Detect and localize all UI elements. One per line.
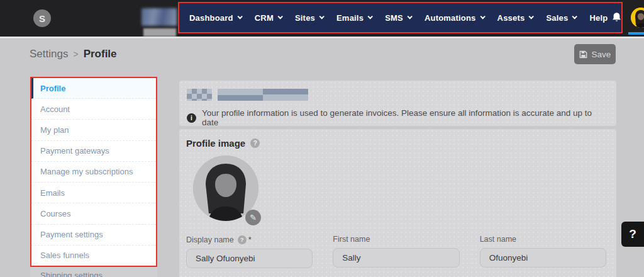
field-label-text: Last name xyxy=(480,235,516,244)
nav-item-sites[interactable]: Sites xyxy=(295,13,323,23)
nav-item-label: Sites xyxy=(295,13,315,23)
active-avatar-underline xyxy=(628,32,644,35)
field-label-text: First name xyxy=(333,235,370,244)
profile-image-section-header: Profile image ? xyxy=(186,138,606,149)
sidebar-item-account[interactable]: Account xyxy=(31,99,156,120)
nav-item-label: Sales xyxy=(546,13,568,23)
sidebar-item-emails[interactable]: Emails xyxy=(31,183,156,203)
redacted-text xyxy=(187,89,212,101)
profile-image-help-icon[interactable]: ? xyxy=(250,138,260,148)
last-name-field-group: Last name xyxy=(480,235,606,268)
app-logo[interactable]: S xyxy=(33,9,51,27)
display-name-input[interactable] xyxy=(186,249,313,268)
main-nav-highlight-box: Dashboard CRM Sites Emails SMS Automatio… xyxy=(178,2,623,33)
last-name-label: Last name xyxy=(480,235,606,244)
user-avatar xyxy=(631,8,644,28)
required-marker: * xyxy=(248,235,252,244)
display-name-field-group: Display name ? * xyxy=(186,235,313,268)
profile-image-title: Profile image xyxy=(186,138,245,149)
redacted-account-name xyxy=(187,89,608,101)
first-name-input[interactable] xyxy=(333,248,459,268)
sidebar-item-my-plan[interactable]: My plan xyxy=(31,120,156,140)
chevron-down-icon xyxy=(319,14,324,19)
nav-item-label: Automations xyxy=(425,13,476,23)
info-banner-text: Your profile information is used to gene… xyxy=(202,108,608,127)
nav-item-label: Emails xyxy=(336,13,364,23)
sidebar-item-profile[interactable]: Profile xyxy=(31,78,156,99)
nav-item-label: CRM xyxy=(255,13,274,23)
nav-item-sms[interactable]: SMS xyxy=(385,13,411,23)
user-avatar-menu[interactable] xyxy=(631,8,644,28)
field-label-text: Display name xyxy=(186,235,234,244)
last-name-input[interactable] xyxy=(480,248,606,268)
chevron-down-icon xyxy=(368,14,373,19)
nav-item-dashboard[interactable]: Dashboard xyxy=(189,13,242,23)
breadcrumb-settings-link[interactable]: Settings xyxy=(30,48,68,60)
chevron-down-icon xyxy=(572,14,577,19)
profile-image-block: ✎ xyxy=(193,155,258,221)
chevron-down-icon xyxy=(480,14,485,19)
nav-item-label: Help xyxy=(589,13,608,23)
chevron-down-icon xyxy=(277,14,282,19)
help-widget-button[interactable]: ? xyxy=(621,222,644,247)
topbar-separator xyxy=(0,37,644,38)
sidebar-item-sales-funnels[interactable]: Sales funnels xyxy=(31,246,156,266)
chevron-down-icon xyxy=(237,14,242,19)
chevron-down-icon xyxy=(529,14,534,19)
info-icon: i xyxy=(187,113,196,123)
first-name-field-group: First name xyxy=(333,235,459,268)
sidebar-item-courses[interactable]: Courses xyxy=(31,203,156,224)
nav-item-crm[interactable]: CRM xyxy=(255,13,282,23)
redacted-text xyxy=(143,28,176,37)
profile-name-fields: Display name ? * First name Last name xyxy=(186,235,606,268)
profile-form-card: Profile image ? ✎ Display name ? xyxy=(179,129,616,277)
sidebar-item-manage-my-subscriptions[interactable]: Manage my subscriptions xyxy=(31,162,156,183)
nav-item-assets[interactable]: Assets xyxy=(497,13,533,23)
first-name-label: First name xyxy=(333,235,459,244)
settings-profile-page: S Dashboard CRM Sites Emails SMS xyxy=(0,0,644,277)
nav-right-cluster: EN xyxy=(610,8,644,28)
display-name-label: Display name ? * xyxy=(186,235,313,244)
display-name-help-icon[interactable]: ? xyxy=(238,235,247,244)
nav-item-automations[interactable]: Automations xyxy=(425,13,484,23)
save-button-label: Save xyxy=(592,50,611,59)
nav-item-emails[interactable]: Emails xyxy=(336,13,372,23)
nav-item-label: SMS xyxy=(385,13,403,23)
sidebar-item-payment-gateways[interactable]: Payment gateways xyxy=(31,141,156,162)
sidebar-item-payment-settings[interactable]: Payment settings xyxy=(31,225,156,246)
page-title: Profile xyxy=(84,48,117,60)
edit-profile-photo-button[interactable]: ✎ xyxy=(245,210,261,225)
save-floppy-icon xyxy=(579,50,587,59)
sidebar-item-shipping-settings[interactable]: Shipping settings xyxy=(30,267,157,277)
redacted-nav-item xyxy=(142,8,177,26)
breadcrumb-separator: > xyxy=(73,49,78,59)
nav-item-sales[interactable]: Sales xyxy=(546,13,576,23)
profile-header-card: i Your profile information is used to ge… xyxy=(179,81,616,126)
nav-item-label: Dashboard xyxy=(189,13,233,23)
redacted-text xyxy=(218,89,308,101)
nav-item-help[interactable]: Help xyxy=(589,13,608,23)
settings-sidebar: Profile Account My plan Payment gateways… xyxy=(30,77,157,267)
top-navigation-bar: S Dashboard CRM Sites Emails SMS xyxy=(0,0,644,37)
breadcrumb: Settings > Profile xyxy=(30,48,117,60)
nav-item-label: Assets xyxy=(497,13,525,23)
notifications-bell-icon[interactable] xyxy=(611,12,622,23)
save-button[interactable]: Save xyxy=(574,44,616,64)
chevron-down-icon xyxy=(407,14,412,19)
profile-info-banner: i Your profile information is used to ge… xyxy=(187,108,608,127)
